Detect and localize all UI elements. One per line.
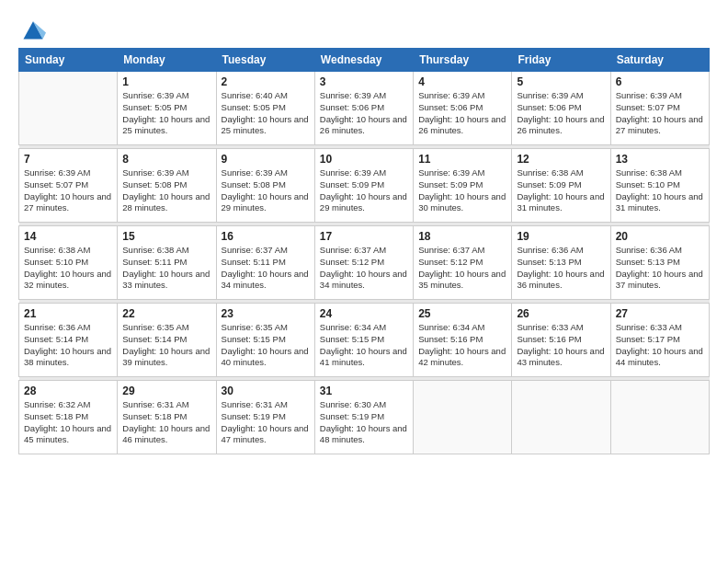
calendar-week-row: 28Sunrise: 6:32 AM Sunset: 5:18 PM Dayli…	[19, 381, 710, 454]
calendar-day-header: Monday	[118, 49, 216, 72]
header	[18, 9, 710, 42]
cell-date: 21	[24, 307, 112, 320]
calendar-day-header: Saturday	[610, 49, 709, 72]
calendar-header-row: SundayMondayTuesdayWednesdayThursdayFrid…	[19, 49, 710, 72]
cell-info: Sunrise: 6:31 AM Sunset: 5:19 PM Dayligh…	[222, 399, 310, 446]
calendar-cell: 22Sunrise: 6:35 AM Sunset: 5:14 PM Dayli…	[118, 304, 216, 377]
cell-info: Sunrise: 6:39 AM Sunset: 5:09 PM Dayligh…	[418, 167, 506, 214]
cell-info: Sunrise: 6:36 AM Sunset: 5:14 PM Dayligh…	[24, 322, 112, 369]
calendar-cell: 13Sunrise: 6:38 AM Sunset: 5:10 PM Dayli…	[610, 149, 709, 223]
cell-info: Sunrise: 6:38 AM Sunset: 5:10 PM Dayligh…	[24, 245, 112, 292]
cell-info: Sunrise: 6:39 AM Sunset: 5:06 PM Dayligh…	[418, 90, 506, 137]
calendar-week-row: 14Sunrise: 6:38 AM Sunset: 5:10 PM Dayli…	[19, 226, 710, 300]
cell-info: Sunrise: 6:39 AM Sunset: 5:08 PM Dayligh…	[122, 167, 210, 214]
calendar-day-header: Tuesday	[216, 49, 314, 72]
logo	[18, 17, 46, 42]
calendar-cell: 28Sunrise: 6:32 AM Sunset: 5:18 PM Dayli…	[19, 381, 118, 454]
cell-date: 8	[122, 153, 210, 166]
cell-date: 1	[122, 75, 210, 88]
calendar-day-header: Thursday	[414, 49, 512, 72]
cell-date: 10	[320, 153, 408, 166]
calendar-cell: 14Sunrise: 6:38 AM Sunset: 5:10 PM Dayli…	[19, 226, 118, 300]
cell-info: Sunrise: 6:40 AM Sunset: 5:05 PM Dayligh…	[222, 90, 310, 137]
calendar-cell: 15Sunrise: 6:38 AM Sunset: 5:11 PM Dayli…	[118, 226, 216, 300]
cell-date: 18	[418, 230, 506, 243]
cell-date: 6	[616, 75, 704, 88]
calendar-cell: 12Sunrise: 6:38 AM Sunset: 5:09 PM Dayli…	[512, 149, 610, 223]
calendar-cell	[19, 72, 118, 145]
cell-date: 23	[222, 307, 310, 320]
cell-info: Sunrise: 6:33 AM Sunset: 5:17 PM Dayligh…	[616, 322, 704, 369]
cell-info: Sunrise: 6:39 AM Sunset: 5:07 PM Dayligh…	[616, 90, 704, 137]
cell-info: Sunrise: 6:37 AM Sunset: 5:11 PM Dayligh…	[222, 245, 310, 292]
cell-info: Sunrise: 6:38 AM Sunset: 5:09 PM Dayligh…	[517, 167, 605, 214]
calendar-cell: 29Sunrise: 6:31 AM Sunset: 5:18 PM Dayli…	[118, 381, 216, 454]
calendar-cell: 16Sunrise: 6:37 AM Sunset: 5:11 PM Dayli…	[216, 226, 314, 300]
cell-date: 16	[222, 230, 310, 243]
calendar-day-header: Friday	[512, 49, 610, 72]
calendar-cell: 3Sunrise: 6:39 AM Sunset: 5:06 PM Daylig…	[314, 72, 413, 145]
cell-date: 29	[122, 385, 210, 397]
calendar-cell: 5Sunrise: 6:39 AM Sunset: 5:06 PM Daylig…	[512, 72, 610, 145]
cell-info: Sunrise: 6:36 AM Sunset: 5:13 PM Dayligh…	[517, 245, 605, 292]
cell-info: Sunrise: 6:38 AM Sunset: 5:11 PM Dayligh…	[122, 245, 210, 292]
cell-date: 19	[517, 230, 605, 243]
cell-info: Sunrise: 6:30 AM Sunset: 5:19 PM Dayligh…	[320, 399, 408, 446]
calendar-cell: 17Sunrise: 6:37 AM Sunset: 5:12 PM Dayli…	[314, 226, 413, 300]
cell-info: Sunrise: 6:39 AM Sunset: 5:09 PM Dayligh…	[320, 167, 408, 214]
cell-info: Sunrise: 6:39 AM Sunset: 5:06 PM Dayligh…	[517, 90, 605, 137]
cell-date: 4	[418, 75, 506, 88]
calendar-cell: 30Sunrise: 6:31 AM Sunset: 5:19 PM Dayli…	[216, 381, 314, 454]
cell-info: Sunrise: 6:37 AM Sunset: 5:12 PM Dayligh…	[320, 245, 408, 292]
cell-info: Sunrise: 6:34 AM Sunset: 5:15 PM Dayligh…	[320, 322, 408, 369]
cell-info: Sunrise: 6:36 AM Sunset: 5:13 PM Dayligh…	[616, 245, 704, 292]
cell-date: 31	[320, 385, 408, 397]
cell-date: 15	[122, 230, 210, 243]
calendar-cell: 7Sunrise: 6:39 AM Sunset: 5:07 PM Daylig…	[19, 149, 118, 223]
cell-info: Sunrise: 6:35 AM Sunset: 5:15 PM Dayligh…	[222, 322, 310, 369]
cell-info: Sunrise: 6:32 AM Sunset: 5:18 PM Dayligh…	[24, 399, 112, 446]
calendar-cell: 19Sunrise: 6:36 AM Sunset: 5:13 PM Dayli…	[512, 226, 610, 300]
calendar-day-header: Wednesday	[314, 49, 413, 72]
calendar-cell: 11Sunrise: 6:39 AM Sunset: 5:09 PM Dayli…	[414, 149, 512, 223]
cell-info: Sunrise: 6:38 AM Sunset: 5:10 PM Dayligh…	[616, 167, 704, 214]
cell-date: 17	[320, 230, 408, 243]
calendar-cell: 6Sunrise: 6:39 AM Sunset: 5:07 PM Daylig…	[610, 72, 709, 145]
calendar-table: SundayMondayTuesdayWednesdayThursdayFrid…	[18, 48, 710, 454]
calendar-cell: 2Sunrise: 6:40 AM Sunset: 5:05 PM Daylig…	[216, 72, 314, 145]
cell-date: 14	[24, 230, 112, 243]
cell-info: Sunrise: 6:37 AM Sunset: 5:12 PM Dayligh…	[418, 245, 506, 292]
calendar-week-row: 21Sunrise: 6:36 AM Sunset: 5:14 PM Dayli…	[19, 304, 710, 377]
calendar-cell: 20Sunrise: 6:36 AM Sunset: 5:13 PM Dayli…	[610, 226, 709, 300]
cell-date: 24	[320, 307, 408, 320]
cell-date: 3	[320, 75, 408, 88]
cell-info: Sunrise: 6:35 AM Sunset: 5:14 PM Dayligh…	[122, 322, 210, 369]
calendar-cell: 26Sunrise: 6:33 AM Sunset: 5:16 PM Dayli…	[512, 304, 610, 377]
calendar-cell: 8Sunrise: 6:39 AM Sunset: 5:08 PM Daylig…	[118, 149, 216, 223]
cell-info: Sunrise: 6:34 AM Sunset: 5:16 PM Dayligh…	[418, 322, 506, 369]
page: SundayMondayTuesdayWednesdayThursdayFrid…	[0, 0, 728, 563]
cell-info: Sunrise: 6:39 AM Sunset: 5:06 PM Dayligh…	[320, 90, 408, 137]
cell-date: 22	[122, 307, 210, 320]
calendar-week-row: 1Sunrise: 6:39 AM Sunset: 5:05 PM Daylig…	[19, 72, 710, 145]
cell-date: 7	[24, 153, 112, 166]
calendar-cell	[414, 381, 512, 454]
cell-info: Sunrise: 6:31 AM Sunset: 5:18 PM Dayligh…	[122, 399, 210, 446]
calendar-cell	[512, 381, 610, 454]
calendar-cell: 9Sunrise: 6:39 AM Sunset: 5:08 PM Daylig…	[216, 149, 314, 223]
cell-date: 25	[418, 307, 506, 320]
calendar-cell: 27Sunrise: 6:33 AM Sunset: 5:17 PM Dayli…	[610, 304, 709, 377]
calendar-cell: 25Sunrise: 6:34 AM Sunset: 5:16 PM Dayli…	[414, 304, 512, 377]
calendar-cell: 21Sunrise: 6:36 AM Sunset: 5:14 PM Dayli…	[19, 304, 118, 377]
cell-info: Sunrise: 6:39 AM Sunset: 5:07 PM Dayligh…	[24, 167, 112, 214]
cell-info: Sunrise: 6:39 AM Sunset: 5:08 PM Dayligh…	[222, 167, 310, 214]
cell-date: 5	[517, 75, 605, 88]
calendar-cell: 10Sunrise: 6:39 AM Sunset: 5:09 PM Dayli…	[314, 149, 413, 223]
calendar-cell: 4Sunrise: 6:39 AM Sunset: 5:06 PM Daylig…	[414, 72, 512, 145]
calendar-cell	[610, 381, 709, 454]
cell-date: 9	[222, 153, 310, 166]
cell-date: 2	[222, 75, 310, 88]
calendar-cell: 23Sunrise: 6:35 AM Sunset: 5:15 PM Dayli…	[216, 304, 314, 377]
cell-date: 30	[222, 385, 310, 397]
calendar-cell: 1Sunrise: 6:39 AM Sunset: 5:05 PM Daylig…	[118, 72, 216, 145]
